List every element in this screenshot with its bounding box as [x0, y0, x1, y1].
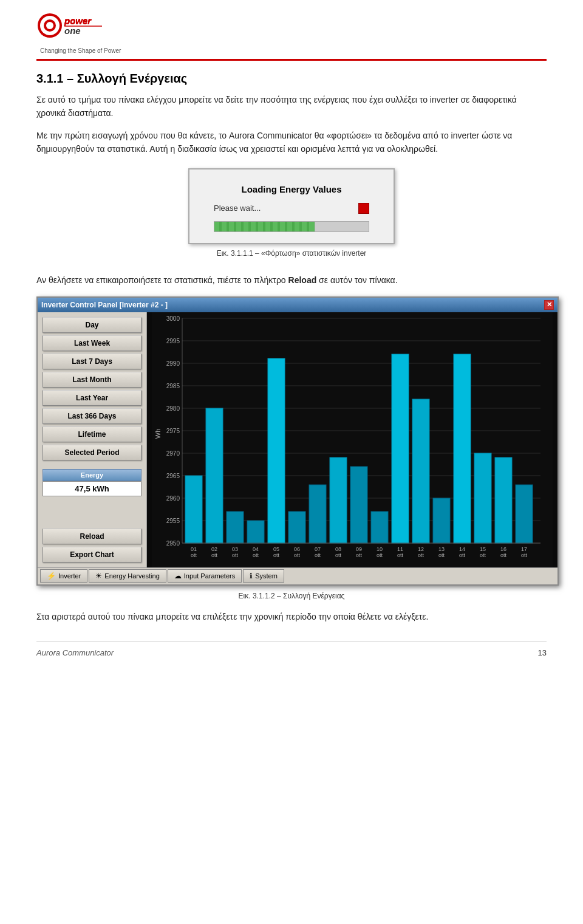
tab-inverter-icon: ⚡: [47, 572, 56, 580]
tab-inverter-label: Inverter: [58, 572, 81, 580]
paragraph-4: Στα αριστερά αυτού του πίνακα μπορείτε ν…: [36, 610, 547, 623]
chart-svg: 3000 2995 2990 2985 2980 2975 2970 2965 …: [147, 312, 557, 567]
svg-text:15: 15: [480, 546, 486, 552]
svg-text:ott: ott: [459, 552, 466, 558]
svg-text:2985: 2985: [166, 383, 180, 389]
svg-text:2950: 2950: [166, 540, 180, 547]
section-heading: 3.1.1 – Συλλογή Ενέργειας: [36, 72, 547, 86]
svg-rect-35: [247, 521, 264, 543]
tab-inverter[interactable]: ⚡ Inverter: [40, 569, 87, 583]
svg-rect-34: [227, 512, 244, 543]
svg-text:ott: ott: [521, 552, 528, 558]
btn-day[interactable]: Day: [43, 317, 141, 333]
btn-last-366-days[interactable]: Last 366 Days: [43, 408, 141, 424]
btn-export-chart[interactable]: Export Chart: [43, 547, 141, 563]
inverter-titlebar: Inverter Control Panel [Inverter #2 - ] …: [38, 298, 557, 312]
logo-subtitle: Changing the Shape of Power: [40, 47, 121, 54]
paragraph-3-end: σε αυτόν τον πίνακα.: [316, 275, 397, 285]
tab-energy-label: Energy Harvesting: [104, 572, 160, 580]
svg-text:2975: 2975: [166, 428, 180, 434]
svg-text:01: 01: [191, 546, 197, 552]
svg-text:04: 04: [253, 546, 259, 552]
btn-last-7-days[interactable]: Last 7 Days: [43, 354, 141, 369]
tab-energy-harvesting[interactable]: ☀ Energy Harvesting: [89, 569, 166, 583]
inverter-window: Inverter Control Panel [Inverter #2 - ] …: [36, 296, 559, 586]
inverter-sidebar: Day Last Week Last 7 Days Last Month Las…: [38, 312, 147, 567]
svg-rect-40: [350, 467, 367, 543]
svg-text:2955: 2955: [166, 518, 180, 524]
svg-text:ott: ott: [191, 552, 197, 558]
btn-last-week[interactable]: Last Week: [43, 335, 141, 351]
inverter-body: Day Last Week Last 7 Days Last Month Las…: [38, 312, 557, 567]
tab-input-label: Input Parameters: [184, 572, 235, 580]
loading-dialog-row: Please wait...: [214, 203, 369, 214]
logo-area: power power one power Changing the Shape…: [36, 12, 547, 61]
tab-input-parameters[interactable]: ☁ Input Parameters: [168, 569, 242, 583]
figure-caption-1: Εικ. 3.1.1.1 – «Φόρτωση» στατιστικών inv…: [217, 249, 367, 258]
svg-text:16: 16: [500, 546, 506, 552]
loading-wait-text: Please wait...: [214, 204, 261, 213]
tab-system[interactable]: ℹ System: [243, 569, 284, 583]
svg-rect-48: [516, 485, 533, 543]
energy-label: Energy: [43, 469, 141, 481]
svg-text:06: 06: [294, 546, 300, 552]
svg-rect-46: [474, 453, 491, 543]
paragraph-3: Αν θελήσετε να επικαιροποιήσετε τα στατι…: [36, 273, 547, 287]
paragraph-1: Σε αυτό το τμήμα του πίνακα ελέγχου μπορ…: [36, 93, 547, 120]
svg-rect-44: [433, 498, 450, 543]
btn-last-month[interactable]: Last Month: [43, 372, 141, 388]
svg-text:17: 17: [521, 546, 527, 552]
svg-text:12: 12: [418, 546, 424, 552]
page-number: 13: [538, 648, 547, 657]
svg-text:2990: 2990: [166, 360, 180, 367]
paragraph-3-bold: Reload: [288, 275, 317, 285]
svg-rect-45: [454, 354, 471, 543]
svg-text:ott: ott: [273, 552, 280, 558]
footer-brand: Aurora Communicator: [36, 648, 114, 657]
inverter-tabbar: ⚡ Inverter ☀ Energy Harvesting ☁ Input P…: [38, 567, 557, 584]
inverter-title: Inverter Control Panel [Inverter #2 - ]: [41, 301, 168, 309]
svg-text:2965: 2965: [166, 473, 180, 479]
svg-text:ott: ott: [500, 552, 507, 558]
btn-lifetime[interactable]: Lifetime: [43, 426, 141, 442]
svg-text:2970: 2970: [166, 450, 180, 457]
page-footer: Aurora Communicator 13: [36, 642, 547, 657]
loading-progress-fill: [214, 222, 315, 231]
svg-rect-38: [309, 485, 326, 543]
svg-text:ott: ott: [397, 552, 404, 558]
svg-rect-36: [268, 358, 285, 543]
btn-reload[interactable]: Reload: [43, 529, 141, 544]
svg-text:ott: ott: [211, 552, 218, 558]
loading-stop-button[interactable]: [358, 203, 369, 214]
tab-energy-icon: ☀: [95, 572, 102, 580]
energy-value: 47,5 kWh: [43, 481, 141, 496]
loading-progress-bar: [214, 221, 369, 232]
svg-text:ott: ott: [418, 552, 424, 558]
loading-dialog-title: Loading Energy Values: [214, 184, 369, 194]
inverter-close-button[interactable]: ✕: [544, 300, 554, 310]
svg-rect-39: [330, 457, 347, 543]
svg-text:power: power: [64, 15, 92, 26]
btn-last-year[interactable]: Last Year: [43, 390, 141, 406]
svg-text:ott: ott: [438, 552, 445, 558]
svg-rect-41: [371, 512, 388, 543]
svg-rect-33: [206, 408, 223, 543]
svg-rect-47: [495, 457, 512, 543]
loading-dialog-section: Loading Energy Values Please wait... Εικ…: [36, 168, 547, 267]
svg-text:ott: ott: [294, 552, 301, 558]
svg-rect-43: [412, 399, 429, 543]
svg-text:ott: ott: [356, 552, 363, 558]
btn-selected-period[interactable]: Selected Period: [43, 445, 141, 460]
chart-area: 3000 2995 2990 2985 2980 2975 2970 2965 …: [147, 312, 557, 567]
logo-svg: power power one power: [36, 12, 103, 39]
svg-text:11: 11: [397, 546, 403, 552]
svg-text:ott: ott: [232, 552, 239, 558]
svg-text:ott: ott: [253, 552, 259, 558]
tab-input-icon: ☁: [174, 572, 182, 580]
svg-text:ott: ott: [315, 552, 321, 558]
svg-text:10: 10: [377, 546, 383, 552]
svg-text:ott: ott: [335, 552, 342, 558]
svg-text:05: 05: [273, 546, 279, 552]
svg-text:2995: 2995: [166, 338, 180, 344]
svg-text:02: 02: [211, 546, 217, 552]
